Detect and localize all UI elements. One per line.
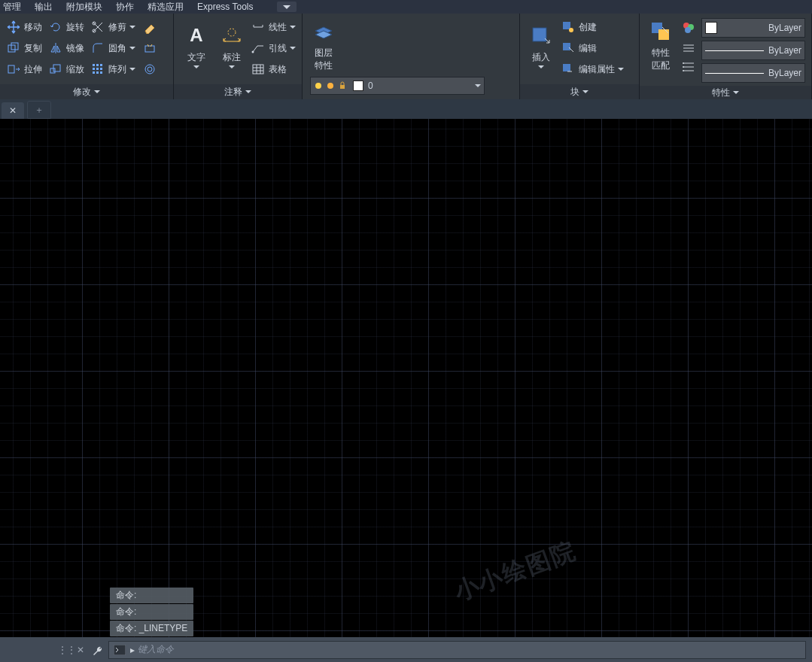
cmdbar-close-button[interactable]: ✕ [77,645,84,655]
color-control[interactable]: ByLayer [701,18,805,38]
offset-button[interactable] [141,61,158,77]
panel-properties-title[interactable]: 特性 [640,86,811,99]
linetype-value: ByLayer [768,68,801,78]
chevron-down-icon [733,91,739,94]
command-input[interactable]: ▸ 键入命令 [108,641,806,659]
insert-block-button[interactable]: 插入 [525,17,558,75]
edit-attr-button[interactable]: 编辑属性 [559,59,625,80]
fillet-label: 圆角 [108,42,126,55]
mirror-icon [48,41,63,56]
panel-modify-title[interactable]: 修改 [0,84,173,99]
panel-properties: 特性 匹配 ByLayer ByLayer ByLayer [640,14,812,99]
array-button[interactable]: 阵列 [89,59,137,80]
create-block-label: 创建 [579,21,597,34]
menu-collab[interactable]: 协作 [116,1,134,14]
svg-point-20 [228,29,236,36]
svg-rect-3 [50,68,55,73]
chevron-down-icon [582,90,588,93]
svg-rect-8 [96,64,99,66]
svg-point-44 [683,66,684,68]
cmdbar-config-button[interactable] [92,644,104,656]
svg-point-35 [569,28,573,32]
cmd-history-line-3: 命令: _LINETYPE [110,621,193,636]
layer-color-swatch [353,80,363,91]
create-block-button[interactable]: 创建 [559,17,625,38]
command-bar: ⋮⋮ ✕ ▸ 键入命令 [0,637,812,662]
svg-rect-33 [533,28,546,41]
panel-block-title[interactable]: 块 [520,84,639,99]
match-properties-label-1: 特性 [652,47,670,59]
svg-rect-37 [563,64,570,71]
insert-block-dropdown-icon [538,65,544,68]
linear-dim-button[interactable]: 线性 [249,17,297,38]
panel-modify-title-label: 修改 [73,85,91,99]
menu-featured[interactable]: 精选应用 [147,1,184,14]
menu-manage[interactable]: 管理 [3,1,21,14]
rotate-button[interactable]: 旋转 [47,17,86,38]
svg-rect-46 [114,645,126,655]
svg-rect-16 [145,46,154,52]
copy-icon [6,41,21,56]
color-swatch [705,22,717,34]
panel-annotate-title[interactable]: 注释 [174,84,302,99]
stretch-button[interactable]: 拉伸 [5,59,44,80]
layer-on-icon [314,81,323,90]
prop-color-icon[interactable] [680,20,697,36]
dim-button[interactable]: 标注 [214,17,249,75]
scale-button[interactable]: 缩放 [47,59,86,80]
cmd-history-line-1: 命令: [110,588,193,603]
menu-addons[interactable]: 附加模块 [66,1,102,14]
panel-annotate-title-label: 注释 [224,85,242,99]
svg-rect-18 [147,67,152,71]
cmdbar-handle-icon[interactable]: ⋮⋮ [60,641,74,659]
svg-point-43 [683,62,684,64]
edit-attr-label: 编辑属性 [579,63,615,76]
panel-block-title-label: 块 [570,85,579,99]
lineweight-preview [705,50,764,51]
color-value: ByLayer [768,23,801,33]
table-label: 表格 [269,63,287,76]
match-properties-icon [649,20,673,44]
drawing-canvas[interactable]: 小小绘图院 [0,119,812,637]
scale-icon [48,62,63,77]
move-label: 移动 [24,21,42,34]
lineweight-value: ByLayer [768,45,801,56]
linetype-preview [705,73,764,74]
svg-rect-14 [96,71,99,74]
fillet-button[interactable]: 圆角 [89,38,137,59]
mirror-button[interactable]: 镜像 [47,38,86,59]
trim-button[interactable]: 修剪 [89,17,137,38]
copy-button[interactable]: 复制 [5,38,44,59]
move-button[interactable]: 移动 [5,17,44,38]
prop-list-icon[interactable] [680,59,697,75]
explode-button[interactable] [141,40,158,56]
layer-properties-label-1: 图层 [315,47,333,59]
leader-button[interactable]: 引线 [249,38,297,59]
current-layer-dropdown[interactable]: 0 [310,77,485,95]
close-tab-button[interactable]: ✕ [2,102,24,119]
erase-button[interactable] [141,19,158,35]
panel-modify: 移动 复制 拉伸 旋转 镜像 [0,14,174,99]
dim-icon [220,24,244,48]
edit-block-button[interactable]: 编辑 [559,38,625,59]
new-tab-button[interactable]: ＋ [27,101,51,119]
leader-icon [251,41,266,56]
mirror-label: 镜像 [66,42,84,55]
svg-point-24 [327,83,333,89]
prop-linehatch-icon[interactable] [680,39,697,56]
svg-rect-22 [253,65,263,74]
layer-freeze-icon [326,81,335,90]
text-button[interactable]: A 文字 [178,17,214,75]
chevron-down-icon [245,90,251,93]
menu-express-tools[interactable]: Express Tools [197,2,253,12]
layer-properties-button[interactable]: 图层 特性 [307,17,340,75]
stretch-label: 拉伸 [24,63,42,76]
menu-overflow-button[interactable] [277,2,297,12]
match-properties-button[interactable]: 特性 匹配 [644,17,677,75]
watermark: 小小绘图院 [450,534,582,609]
menu-output[interactable]: 输出 [35,1,53,14]
lineweight-control[interactable]: ByLayer [701,41,805,60]
linetype-control[interactable]: ByLayer [701,63,805,83]
table-button[interactable]: 表格 [249,59,297,80]
current-layer-name: 0 [368,80,373,91]
